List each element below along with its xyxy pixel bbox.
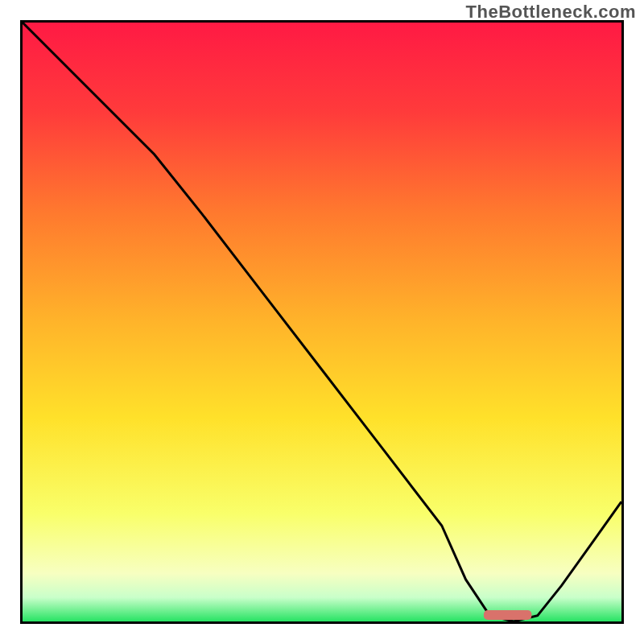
watermark-text: TheBottleneck.com — [466, 2, 636, 23]
chart-container: TheBottleneck.com — [0, 0, 644, 644]
bottleneck-curve — [23, 23, 621, 621]
plot-area — [20, 20, 624, 624]
optimal-range-marker — [484, 610, 532, 620]
curve-layer — [23, 23, 621, 621]
